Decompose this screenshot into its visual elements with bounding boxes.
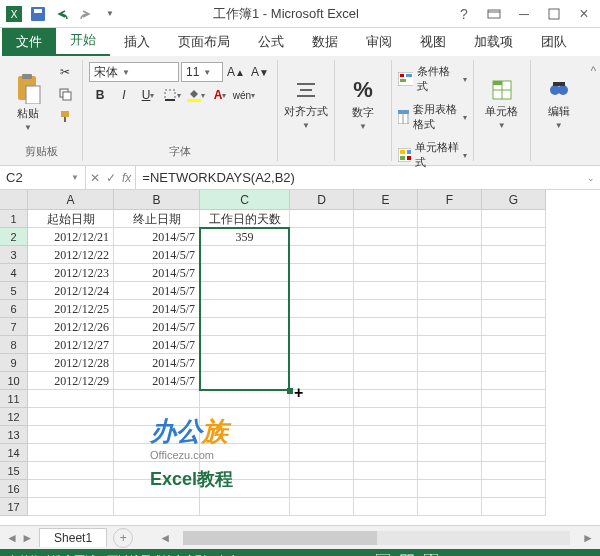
row-header[interactable]: 17 (0, 498, 28, 516)
cell[interactable] (354, 228, 418, 246)
cell[interactable] (482, 372, 546, 390)
cell[interactable] (200, 480, 290, 498)
cell[interactable] (28, 390, 114, 408)
cell[interactable] (200, 426, 290, 444)
cell[interactable] (290, 336, 354, 354)
tab-insert[interactable]: 插入 (110, 28, 164, 56)
cell[interactable] (418, 480, 482, 498)
cell[interactable]: 2014/5/7 (114, 300, 200, 318)
cells-button[interactable]: 单元格 ▼ (480, 62, 524, 145)
excel-icon[interactable]: X (4, 4, 24, 24)
cell[interactable] (28, 498, 114, 516)
cell[interactable]: 2014/5/7 (114, 336, 200, 354)
row-header[interactable]: 6 (0, 300, 28, 318)
col-header-g[interactable]: G (482, 190, 546, 210)
cell[interactable] (114, 444, 200, 462)
find-button[interactable]: 编辑 ▼ (537, 62, 581, 145)
cell[interactable]: 2014/5/7 (114, 282, 200, 300)
cell[interactable] (200, 498, 290, 516)
cell[interactable] (482, 228, 546, 246)
format-painter-icon[interactable] (54, 106, 76, 126)
cell[interactable]: 2012/12/21 (28, 228, 114, 246)
alignment-button[interactable]: 对齐方式 ▼ (284, 62, 328, 145)
cell[interactable] (354, 498, 418, 516)
cell[interactable] (418, 354, 482, 372)
cell[interactable] (200, 246, 290, 264)
cell[interactable] (200, 264, 290, 282)
cell[interactable]: 2014/5/7 (114, 318, 200, 336)
cell[interactable]: 2014/5/7 (114, 228, 200, 246)
cell[interactable] (418, 408, 482, 426)
cell[interactable] (290, 426, 354, 444)
cell[interactable] (354, 390, 418, 408)
cell[interactable] (290, 264, 354, 282)
cell[interactable]: 2012/12/27 (28, 336, 114, 354)
cell[interactable] (354, 444, 418, 462)
cell[interactable] (114, 462, 200, 480)
redo-icon[interactable] (76, 4, 96, 24)
expand-formula-bar-icon[interactable]: ⌄ (582, 166, 600, 189)
tab-view[interactable]: 视图 (406, 28, 460, 56)
cell[interactable] (290, 300, 354, 318)
cell[interactable] (482, 462, 546, 480)
cell[interactable] (482, 498, 546, 516)
undo-icon[interactable] (52, 4, 72, 24)
cell[interactable] (354, 354, 418, 372)
cell[interactable]: 2012/12/22 (28, 246, 114, 264)
cell[interactable] (482, 246, 546, 264)
row-header[interactable]: 3 (0, 246, 28, 264)
cell[interactable] (418, 372, 482, 390)
tab-team[interactable]: 团队 (527, 28, 581, 56)
tab-review[interactable]: 审阅 (352, 28, 406, 56)
row-header[interactable]: 16 (0, 480, 28, 498)
cell[interactable] (418, 228, 482, 246)
select-all-corner[interactable] (0, 190, 28, 210)
tab-layout[interactable]: 页面布局 (164, 28, 244, 56)
row-header[interactable]: 14 (0, 444, 28, 462)
cell[interactable] (418, 300, 482, 318)
cell[interactable] (418, 444, 482, 462)
cell[interactable]: 2014/5/7 (114, 246, 200, 264)
horizontal-scrollbar[interactable]: ◄ ► (139, 531, 594, 545)
cancel-icon[interactable]: ✕ (90, 171, 100, 185)
cell[interactable] (354, 246, 418, 264)
cell[interactable]: 终止日期 (114, 210, 200, 228)
decrease-font-icon[interactable]: A▼ (249, 62, 271, 82)
cell[interactable] (114, 408, 200, 426)
cell[interactable] (290, 390, 354, 408)
row-header[interactable]: 11 (0, 390, 28, 408)
cell[interactable]: 2014/5/7 (114, 372, 200, 390)
cell[interactable] (482, 354, 546, 372)
cell[interactable] (482, 282, 546, 300)
cell-styles-button[interactable]: 单元格样式▾ (398, 138, 467, 172)
row-header[interactable]: 5 (0, 282, 28, 300)
cell[interactable] (290, 444, 354, 462)
row-header[interactable]: 10 (0, 372, 28, 390)
cell[interactable] (354, 480, 418, 498)
cell[interactable] (418, 498, 482, 516)
cell[interactable] (290, 408, 354, 426)
cell[interactable] (482, 336, 546, 354)
cell[interactable] (418, 462, 482, 480)
cell[interactable] (290, 462, 354, 480)
cell[interactable] (482, 318, 546, 336)
collapse-ribbon-icon[interactable]: ^ (587, 60, 600, 161)
cell[interactable] (418, 390, 482, 408)
cell[interactable] (114, 426, 200, 444)
cell[interactable]: 2014/5/7 (114, 264, 200, 282)
spreadsheet-grid[interactable]: A B C D E F G 1起始日期终止日期工作日的天数22012/12/21… (0, 190, 600, 525)
cell[interactable] (200, 444, 290, 462)
cell[interactable] (354, 210, 418, 228)
save-icon[interactable] (28, 4, 48, 24)
cell[interactable] (290, 282, 354, 300)
row-header[interactable]: 4 (0, 264, 28, 282)
normal-view-icon[interactable] (373, 552, 393, 556)
cell[interactable] (354, 318, 418, 336)
cell[interactable] (482, 390, 546, 408)
cell[interactable] (200, 408, 290, 426)
cell[interactable] (200, 354, 290, 372)
ribbon-display-icon[interactable] (482, 4, 506, 24)
cell[interactable] (200, 300, 290, 318)
font-size-select[interactable]: 11▼ (181, 62, 223, 82)
cell[interactable] (114, 498, 200, 516)
